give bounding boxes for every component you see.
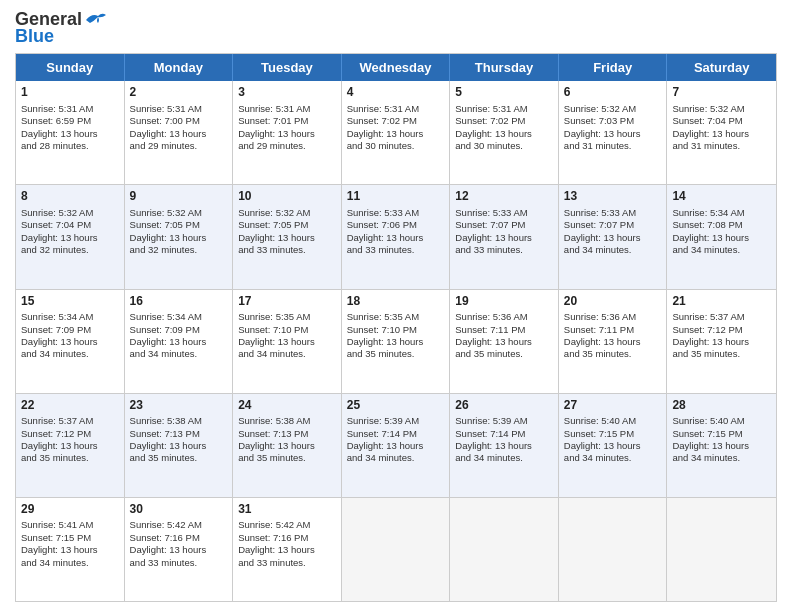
day-number: 8 (21, 189, 119, 205)
weekday-header: Friday (559, 54, 668, 81)
calendar-day-cell: 7Sunrise: 5:32 AM Sunset: 7:04 PM Daylig… (667, 81, 776, 184)
calendar-empty-cell (342, 498, 451, 601)
day-info: Sunrise: 5:35 AM Sunset: 7:10 PM Dayligh… (238, 311, 315, 359)
day-info: Sunrise: 5:41 AM Sunset: 7:15 PM Dayligh… (21, 519, 98, 567)
day-info: Sunrise: 5:36 AM Sunset: 7:11 PM Dayligh… (564, 311, 641, 359)
calendar-day-cell: 23Sunrise: 5:38 AM Sunset: 7:13 PM Dayli… (125, 394, 234, 497)
calendar-empty-cell (559, 498, 668, 601)
day-info: Sunrise: 5:32 AM Sunset: 7:03 PM Dayligh… (564, 103, 641, 151)
calendar-day-cell: 11Sunrise: 5:33 AM Sunset: 7:06 PM Dayli… (342, 185, 451, 288)
calendar-day-cell: 30Sunrise: 5:42 AM Sunset: 7:16 PM Dayli… (125, 498, 234, 601)
day-number: 12 (455, 189, 553, 205)
day-number: 5 (455, 85, 553, 101)
day-info: Sunrise: 5:40 AM Sunset: 7:15 PM Dayligh… (564, 415, 641, 463)
day-number: 26 (455, 398, 553, 414)
day-info: Sunrise: 5:38 AM Sunset: 7:13 PM Dayligh… (130, 415, 207, 463)
calendar-day-cell: 21Sunrise: 5:37 AM Sunset: 7:12 PM Dayli… (667, 290, 776, 393)
day-info: Sunrise: 5:39 AM Sunset: 7:14 PM Dayligh… (347, 415, 424, 463)
day-info: Sunrise: 5:35 AM Sunset: 7:10 PM Dayligh… (347, 311, 424, 359)
day-info: Sunrise: 5:33 AM Sunset: 7:07 PM Dayligh… (455, 207, 532, 255)
logo-subtext: Blue (15, 27, 54, 45)
calendar-row: 15Sunrise: 5:34 AM Sunset: 7:09 PM Dayli… (16, 290, 776, 394)
calendar-day-cell: 27Sunrise: 5:40 AM Sunset: 7:15 PM Dayli… (559, 394, 668, 497)
day-info: Sunrise: 5:37 AM Sunset: 7:12 PM Dayligh… (672, 311, 749, 359)
calendar-day-cell: 13Sunrise: 5:33 AM Sunset: 7:07 PM Dayli… (559, 185, 668, 288)
calendar-day-cell: 2Sunrise: 5:31 AM Sunset: 7:00 PM Daylig… (125, 81, 234, 184)
calendar-day-cell: 9Sunrise: 5:32 AM Sunset: 7:05 PM Daylig… (125, 185, 234, 288)
day-number: 15 (21, 294, 119, 310)
day-info: Sunrise: 5:38 AM Sunset: 7:13 PM Dayligh… (238, 415, 315, 463)
day-number: 18 (347, 294, 445, 310)
calendar-day-cell: 6Sunrise: 5:32 AM Sunset: 7:03 PM Daylig… (559, 81, 668, 184)
weekday-header: Wednesday (342, 54, 451, 81)
calendar-day-cell: 16Sunrise: 5:34 AM Sunset: 7:09 PM Dayli… (125, 290, 234, 393)
calendar-day-cell: 10Sunrise: 5:32 AM Sunset: 7:05 PM Dayli… (233, 185, 342, 288)
day-number: 21 (672, 294, 771, 310)
calendar-day-cell: 31Sunrise: 5:42 AM Sunset: 7:16 PM Dayli… (233, 498, 342, 601)
calendar-row: 29Sunrise: 5:41 AM Sunset: 7:15 PM Dayli… (16, 498, 776, 601)
weekday-header: Monday (125, 54, 234, 81)
day-number: 25 (347, 398, 445, 414)
day-number: 3 (238, 85, 336, 101)
day-info: Sunrise: 5:31 AM Sunset: 6:59 PM Dayligh… (21, 103, 98, 151)
day-number: 13 (564, 189, 662, 205)
calendar-empty-cell (667, 498, 776, 601)
day-number: 23 (130, 398, 228, 414)
calendar-day-cell: 12Sunrise: 5:33 AM Sunset: 7:07 PM Dayli… (450, 185, 559, 288)
calendar-day-cell: 28Sunrise: 5:40 AM Sunset: 7:15 PM Dayli… (667, 394, 776, 497)
day-number: 19 (455, 294, 553, 310)
day-number: 2 (130, 85, 228, 101)
day-info: Sunrise: 5:33 AM Sunset: 7:07 PM Dayligh… (564, 207, 641, 255)
day-info: Sunrise: 5:31 AM Sunset: 7:02 PM Dayligh… (347, 103, 424, 151)
calendar-day-cell: 25Sunrise: 5:39 AM Sunset: 7:14 PM Dayli… (342, 394, 451, 497)
calendar-day-cell: 24Sunrise: 5:38 AM Sunset: 7:13 PM Dayli… (233, 394, 342, 497)
day-info: Sunrise: 5:33 AM Sunset: 7:06 PM Dayligh… (347, 207, 424, 255)
header: General Blue (15, 10, 777, 45)
calendar-day-cell: 20Sunrise: 5:36 AM Sunset: 7:11 PM Dayli… (559, 290, 668, 393)
day-number: 29 (21, 502, 119, 518)
day-info: Sunrise: 5:36 AM Sunset: 7:11 PM Dayligh… (455, 311, 532, 359)
day-number: 14 (672, 189, 771, 205)
day-number: 17 (238, 294, 336, 310)
calendar-day-cell: 1Sunrise: 5:31 AM Sunset: 6:59 PM Daylig… (16, 81, 125, 184)
day-number: 24 (238, 398, 336, 414)
calendar: SundayMondayTuesdayWednesdayThursdayFrid… (15, 53, 777, 602)
day-info: Sunrise: 5:32 AM Sunset: 7:04 PM Dayligh… (672, 103, 749, 151)
day-number: 22 (21, 398, 119, 414)
calendar-day-cell: 17Sunrise: 5:35 AM Sunset: 7:10 PM Dayli… (233, 290, 342, 393)
day-info: Sunrise: 5:39 AM Sunset: 7:14 PM Dayligh… (455, 415, 532, 463)
day-number: 28 (672, 398, 771, 414)
day-number: 16 (130, 294, 228, 310)
calendar-day-cell: 22Sunrise: 5:37 AM Sunset: 7:12 PM Dayli… (16, 394, 125, 497)
calendar-day-cell: 4Sunrise: 5:31 AM Sunset: 7:02 PM Daylig… (342, 81, 451, 184)
logo: General Blue (15, 10, 106, 45)
day-info: Sunrise: 5:34 AM Sunset: 7:09 PM Dayligh… (130, 311, 207, 359)
day-info: Sunrise: 5:37 AM Sunset: 7:12 PM Dayligh… (21, 415, 98, 463)
page-container: General Blue SundayMondayTuesdayWednesda… (0, 0, 792, 612)
calendar-day-cell: 18Sunrise: 5:35 AM Sunset: 7:10 PM Dayli… (342, 290, 451, 393)
calendar-body: 1Sunrise: 5:31 AM Sunset: 6:59 PM Daylig… (16, 81, 776, 601)
calendar-day-cell: 26Sunrise: 5:39 AM Sunset: 7:14 PM Dayli… (450, 394, 559, 497)
day-number: 9 (130, 189, 228, 205)
day-number: 7 (672, 85, 771, 101)
day-info: Sunrise: 5:31 AM Sunset: 7:02 PM Dayligh… (455, 103, 532, 151)
calendar-row: 1Sunrise: 5:31 AM Sunset: 6:59 PM Daylig… (16, 81, 776, 185)
day-number: 31 (238, 502, 336, 518)
calendar-day-cell: 14Sunrise: 5:34 AM Sunset: 7:08 PM Dayli… (667, 185, 776, 288)
day-info: Sunrise: 5:42 AM Sunset: 7:16 PM Dayligh… (130, 519, 207, 567)
day-info: Sunrise: 5:34 AM Sunset: 7:08 PM Dayligh… (672, 207, 749, 255)
calendar-day-cell: 5Sunrise: 5:31 AM Sunset: 7:02 PM Daylig… (450, 81, 559, 184)
day-info: Sunrise: 5:34 AM Sunset: 7:09 PM Dayligh… (21, 311, 98, 359)
weekday-header: Sunday (16, 54, 125, 81)
day-info: Sunrise: 5:31 AM Sunset: 7:00 PM Dayligh… (130, 103, 207, 151)
calendar-day-cell: 29Sunrise: 5:41 AM Sunset: 7:15 PM Dayli… (16, 498, 125, 601)
weekday-header: Thursday (450, 54, 559, 81)
weekday-header: Tuesday (233, 54, 342, 81)
calendar-day-cell: 19Sunrise: 5:36 AM Sunset: 7:11 PM Dayli… (450, 290, 559, 393)
calendar-header: SundayMondayTuesdayWednesdayThursdayFrid… (16, 54, 776, 81)
calendar-day-cell: 15Sunrise: 5:34 AM Sunset: 7:09 PM Dayli… (16, 290, 125, 393)
day-number: 6 (564, 85, 662, 101)
calendar-empty-cell (450, 498, 559, 601)
calendar-row: 22Sunrise: 5:37 AM Sunset: 7:12 PM Dayli… (16, 394, 776, 498)
day-info: Sunrise: 5:32 AM Sunset: 7:05 PM Dayligh… (130, 207, 207, 255)
